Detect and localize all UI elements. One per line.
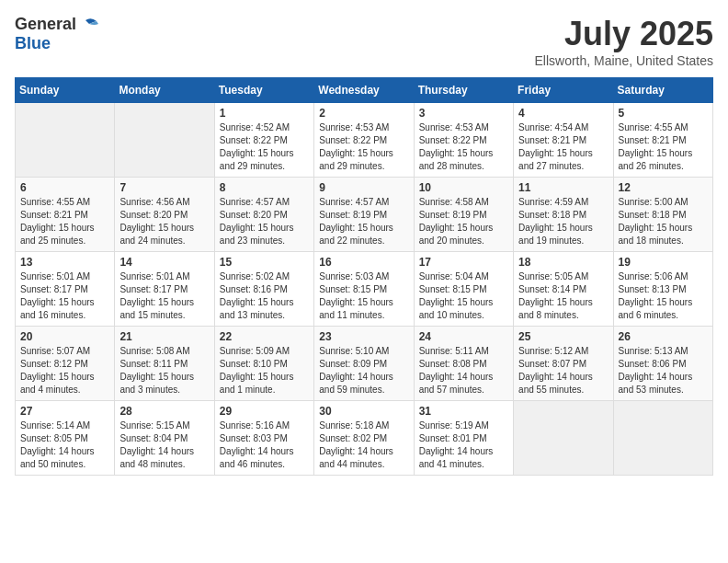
calendar-cell: 13Sunrise: 5:01 AMSunset: 8:17 PMDayligh… xyxy=(16,252,115,327)
calendar-cell: 29Sunrise: 5:16 AMSunset: 8:03 PMDayligh… xyxy=(214,401,313,476)
calendar-cell: 16Sunrise: 5:03 AMSunset: 8:15 PMDayligh… xyxy=(314,252,414,327)
day-info: Sunrise: 5:02 AMSunset: 8:16 PMDaylight:… xyxy=(220,270,309,322)
day-number: 3 xyxy=(419,107,508,120)
calendar-cell: 12Sunrise: 5:00 AMSunset: 8:18 PMDayligh… xyxy=(613,178,712,252)
day-number: 6 xyxy=(20,181,109,194)
calendar-week-row: 13Sunrise: 5:01 AMSunset: 8:17 PMDayligh… xyxy=(16,252,713,327)
day-info: Sunrise: 5:19 AMSunset: 8:01 PMDaylight:… xyxy=(419,419,508,471)
day-number: 29 xyxy=(220,405,309,418)
day-number: 28 xyxy=(119,405,209,418)
day-info: Sunrise: 5:05 AMSunset: 8:14 PMDaylight:… xyxy=(518,270,608,322)
day-number: 8 xyxy=(220,181,309,194)
calendar-week-row: 6Sunrise: 4:55 AMSunset: 8:21 PMDaylight… xyxy=(16,178,713,252)
day-info: Sunrise: 4:56 AMSunset: 8:20 PMDaylight:… xyxy=(119,196,209,247)
day-info: Sunrise: 4:57 AMSunset: 8:20 PMDaylight:… xyxy=(220,196,309,247)
day-info: Sunrise: 5:07 AMSunset: 8:12 PMDaylight:… xyxy=(20,345,109,396)
weekday-header-row: SundayMondayTuesdayWednesdayThursdayFrid… xyxy=(16,78,713,103)
day-info: Sunrise: 4:57 AMSunset: 8:19 PMDaylight:… xyxy=(319,196,408,247)
calendar-cell xyxy=(16,103,115,178)
calendar-cell: 17Sunrise: 5:04 AMSunset: 8:15 PMDayligh… xyxy=(414,252,513,327)
day-info: Sunrise: 4:54 AMSunset: 8:21 PMDaylight:… xyxy=(518,121,608,173)
weekday-header-thursday: Thursday xyxy=(414,78,513,103)
day-info: Sunrise: 4:55 AMSunset: 8:21 PMDaylight:… xyxy=(619,121,708,173)
calendar-table: SundayMondayTuesdayWednesdayThursdayFrid… xyxy=(15,77,713,476)
day-number: 12 xyxy=(619,181,708,194)
day-number: 26 xyxy=(619,330,708,343)
day-info: Sunrise: 5:14 AMSunset: 8:05 PMDaylight:… xyxy=(20,419,109,471)
day-info: Sunrise: 5:03 AMSunset: 8:15 PMDaylight:… xyxy=(319,270,408,322)
calendar-cell: 4Sunrise: 4:54 AMSunset: 8:21 PMDaylight… xyxy=(514,103,613,178)
day-number: 4 xyxy=(518,107,608,120)
day-info: Sunrise: 4:55 AMSunset: 8:21 PMDaylight:… xyxy=(20,196,109,247)
calendar-cell: 31Sunrise: 5:19 AMSunset: 8:01 PMDayligh… xyxy=(414,401,513,476)
logo: General Blue xyxy=(15,15,98,53)
calendar-cell xyxy=(613,401,712,476)
weekday-header-saturday: Saturday xyxy=(613,78,712,103)
day-info: Sunrise: 5:12 AMSunset: 8:07 PMDaylight:… xyxy=(518,345,608,396)
day-info: Sunrise: 4:53 AMSunset: 8:22 PMDaylight:… xyxy=(319,121,408,173)
calendar-cell: 2Sunrise: 4:53 AMSunset: 8:22 PMDaylight… xyxy=(314,103,414,178)
day-info: Sunrise: 4:53 AMSunset: 8:22 PMDaylight:… xyxy=(419,121,508,173)
day-number: 11 xyxy=(518,181,608,194)
day-info: Sunrise: 5:01 AMSunset: 8:17 PMDaylight:… xyxy=(20,270,109,322)
day-number: 27 xyxy=(20,405,109,418)
day-info: Sunrise: 5:00 AMSunset: 8:18 PMDaylight:… xyxy=(619,196,708,247)
calendar-cell: 26Sunrise: 5:13 AMSunset: 8:06 PMDayligh… xyxy=(613,327,712,401)
day-info: Sunrise: 5:04 AMSunset: 8:15 PMDaylight:… xyxy=(419,270,508,322)
calendar-cell: 20Sunrise: 5:07 AMSunset: 8:12 PMDayligh… xyxy=(16,327,115,401)
day-number: 20 xyxy=(20,330,109,343)
weekday-header-monday: Monday xyxy=(115,78,214,103)
weekday-header-tuesday: Tuesday xyxy=(214,78,313,103)
day-number: 17 xyxy=(419,256,508,269)
calendar-cell: 28Sunrise: 5:15 AMSunset: 8:04 PMDayligh… xyxy=(115,401,214,476)
day-info: Sunrise: 4:59 AMSunset: 8:18 PMDaylight:… xyxy=(518,196,608,247)
calendar-week-row: 20Sunrise: 5:07 AMSunset: 8:12 PMDayligh… xyxy=(16,327,713,401)
day-number: 14 xyxy=(119,256,209,269)
day-info: Sunrise: 4:52 AMSunset: 8:22 PMDaylight:… xyxy=(220,121,309,173)
day-info: Sunrise: 5:11 AMSunset: 8:08 PMDaylight:… xyxy=(419,345,508,396)
day-number: 13 xyxy=(20,256,109,269)
weekday-header-friday: Friday xyxy=(514,78,613,103)
day-number: 19 xyxy=(619,256,708,269)
logo-bird-icon xyxy=(78,17,98,33)
day-number: 7 xyxy=(119,181,209,194)
page-header: General Blue July 2025 Ellsworth, Maine,… xyxy=(15,15,713,68)
day-info: Sunrise: 5:10 AMSunset: 8:09 PMDaylight:… xyxy=(319,345,408,396)
calendar-cell: 9Sunrise: 4:57 AMSunset: 8:19 PMDaylight… xyxy=(314,178,414,252)
day-number: 24 xyxy=(419,330,508,343)
calendar-cell: 23Sunrise: 5:10 AMSunset: 8:09 PMDayligh… xyxy=(314,327,414,401)
calendar-cell: 19Sunrise: 5:06 AMSunset: 8:13 PMDayligh… xyxy=(613,252,712,327)
calendar-cell: 15Sunrise: 5:02 AMSunset: 8:16 PMDayligh… xyxy=(214,252,313,327)
day-number: 30 xyxy=(319,405,408,418)
logo-general-text: General xyxy=(15,15,76,34)
day-number: 23 xyxy=(319,330,408,343)
day-number: 9 xyxy=(319,181,408,194)
calendar-cell: 14Sunrise: 5:01 AMSunset: 8:17 PMDayligh… xyxy=(115,252,214,327)
day-number: 1 xyxy=(220,107,309,120)
day-number: 2 xyxy=(319,107,408,120)
calendar-cell: 24Sunrise: 5:11 AMSunset: 8:08 PMDayligh… xyxy=(414,327,513,401)
calendar-week-row: 27Sunrise: 5:14 AMSunset: 8:05 PMDayligh… xyxy=(16,401,713,476)
calendar-cell xyxy=(115,103,214,178)
calendar-cell: 25Sunrise: 5:12 AMSunset: 8:07 PMDayligh… xyxy=(514,327,613,401)
day-number: 5 xyxy=(619,107,708,120)
day-info: Sunrise: 5:09 AMSunset: 8:10 PMDaylight:… xyxy=(220,345,309,396)
calendar-cell: 30Sunrise: 5:18 AMSunset: 8:02 PMDayligh… xyxy=(314,401,414,476)
title-area: July 2025 Ellsworth, Maine, United State… xyxy=(534,15,713,68)
calendar-cell: 18Sunrise: 5:05 AMSunset: 8:14 PMDayligh… xyxy=(514,252,613,327)
calendar-cell: 22Sunrise: 5:09 AMSunset: 8:10 PMDayligh… xyxy=(214,327,313,401)
calendar-week-row: 1Sunrise: 4:52 AMSunset: 8:22 PMDaylight… xyxy=(16,103,713,178)
day-number: 15 xyxy=(220,256,309,269)
calendar-cell: 27Sunrise: 5:14 AMSunset: 8:05 PMDayligh… xyxy=(16,401,115,476)
logo-blue-text: Blue xyxy=(15,34,51,52)
calendar-cell: 8Sunrise: 4:57 AMSunset: 8:20 PMDaylight… xyxy=(214,178,313,252)
weekday-header-sunday: Sunday xyxy=(16,78,115,103)
calendar-cell: 7Sunrise: 4:56 AMSunset: 8:20 PMDaylight… xyxy=(115,178,214,252)
day-info: Sunrise: 5:16 AMSunset: 8:03 PMDaylight:… xyxy=(220,419,309,471)
day-info: Sunrise: 5:15 AMSunset: 8:04 PMDaylight:… xyxy=(119,419,209,471)
calendar-cell: 3Sunrise: 4:53 AMSunset: 8:22 PMDaylight… xyxy=(414,103,513,178)
day-number: 10 xyxy=(419,181,508,194)
day-number: 16 xyxy=(319,256,408,269)
calendar-cell: 21Sunrise: 5:08 AMSunset: 8:11 PMDayligh… xyxy=(115,327,214,401)
calendar-cell xyxy=(514,401,613,476)
